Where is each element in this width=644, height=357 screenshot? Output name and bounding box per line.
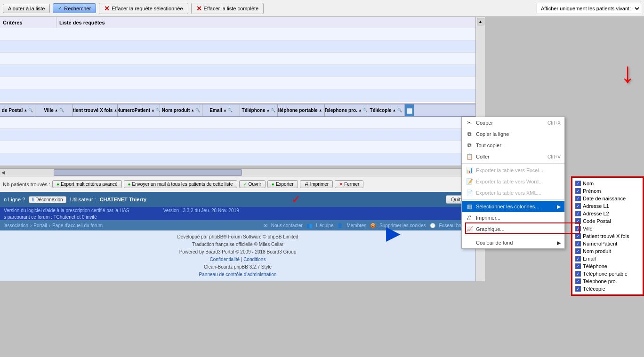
scroll-left-arrow[interactable]: ◀ [0, 170, 7, 175]
col-checkbox-nom[interactable]: ✓ [575, 181, 581, 186]
col-checkbox-tel-pro[interactable]: ✓ [575, 278, 581, 284]
conditions-link[interactable]: Conditions [243, 257, 266, 262]
chart-icon: 📈 [466, 225, 473, 233]
search-button[interactable]: ✓ Rechercher [53, 3, 96, 13]
horizontal-scrollbar[interactable]: ◀ ▶ [0, 168, 475, 176]
col-nom-produit[interactable]: Nom produit ▲ 🔍 [160, 104, 202, 116]
table-row[interactable] [0, 40, 475, 53]
table-row[interactable] [0, 153, 475, 166]
col-checkbox-adresse-l1[interactable]: ✓ [575, 203, 581, 209]
col-item-nom[interactable]: ✓ Nom [572, 180, 643, 187]
col-checkbox-tel-portable[interactable]: ✓ [575, 271, 581, 277]
accueil-link[interactable]: Page d'accueil du forum [52, 223, 103, 228]
col-item-nom-produit[interactable]: ✓ Nom produit [572, 247, 643, 255]
col-email[interactable]: Email ▲ 🔍 [202, 104, 240, 116]
contact-link[interactable]: Nous contacter [271, 223, 303, 228]
table-row[interactable] [0, 89, 475, 102]
filter-icon[interactable]: 🔍 [363, 108, 367, 112]
sort-icon: ▲ [151, 108, 155, 112]
export2-button[interactable]: ● Exporter [267, 180, 298, 188]
confidentialite-link[interactable]: Confidentialité [210, 257, 240, 262]
col-item-telecopie[interactable]: ✓ Télécopie [572, 285, 643, 293]
export-advanced-button[interactable]: ● Export multicritères avancé [52, 180, 122, 188]
col-item-dob[interactable]: ✓ Date de naissance [572, 195, 643, 202]
admin-link[interactable]: Panneau de contrôle d'administration [199, 272, 277, 277]
filter-icon[interactable]: 🔍 [397, 108, 402, 112]
portail-link[interactable]: Portail [33, 223, 47, 228]
check-icon: ✓ [58, 5, 62, 11]
col-item-numero-patient[interactable]: ✓ NumeroPatient [572, 240, 643, 247]
col-item-tel-pro[interactable]: ✓ Telephone pro. [572, 278, 643, 285]
col-telecopie[interactable]: Télécopie ▲ 🔍 [367, 104, 405, 116]
col-item-patient-found[interactable]: ✓ Patient trouvé X fois [572, 232, 643, 240]
deconnexion-button[interactable]: ℹ Déconnexion [29, 196, 66, 203]
col-checkbox-prenom[interactable]: ✓ [575, 188, 581, 194]
col-checkbox-email[interactable]: ✓ [575, 256, 581, 262]
col-telephone[interactable]: Téléphone ▲ 🔍 [240, 104, 278, 116]
ctx-print[interactable]: 🖨 Imprimer... [462, 212, 564, 223]
association-link[interactable]: 'association [4, 223, 28, 228]
add-list-button[interactable]: Ajouter à la liste [3, 4, 50, 13]
equipe-link[interactable]: L'équipe [316, 223, 334, 228]
columns-button[interactable]: ▦ [405, 104, 414, 116]
col-item-tel-portable[interactable]: ✓ Téléphone portable [572, 270, 643, 278]
table-row[interactable] [0, 53, 475, 65]
col-postal[interactable]: de Postal ▲ 🔍 [0, 104, 35, 116]
table-row[interactable] [0, 129, 475, 141]
patient-filter-select[interactable]: Afficher uniquement les patients vivant: [537, 3, 641, 14]
col-checkbox-telecopie[interactable]: ✓ [575, 286, 581, 292]
col-item-email[interactable]: ✓ Email [572, 255, 643, 262]
filter-icon[interactable]: 🔍 [59, 108, 64, 112]
paste-icon: 📋 [466, 153, 473, 160]
clear-all-button[interactable]: ✕ Effacer la liste complète [191, 3, 264, 14]
col-checkbox-code-postal[interactable]: ✓ [575, 218, 581, 224]
patient-filter-dropdown[interactable]: Afficher uniquement les patients vivant: [537, 3, 641, 14]
col-item-prenom[interactable]: ✓ Prénom [572, 187, 643, 195]
membres-link[interactable]: Membres [346, 223, 366, 228]
filter-icon[interactable]: 🔍 [228, 108, 233, 112]
table-row[interactable] [0, 141, 475, 153]
col-checkbox-numero-patient[interactable]: ✓ [575, 241, 581, 246]
filter-icon[interactable]: 🔍 [28, 108, 33, 112]
ctx-copy-all[interactable]: ⧉ Tout copier [462, 140, 564, 151]
ctx-select-columns[interactable]: ▦ Sélectionner les colonnes... ▶ [462, 201, 564, 212]
filter-icon[interactable]: 🔍 [271, 108, 275, 112]
col-checkbox-telephone[interactable]: ✓ [575, 263, 581, 269]
col-checkbox-ville[interactable]: ✓ [575, 226, 581, 231]
clear-query-button[interactable]: ✕ Effacer la requête sélectionnée [99, 3, 188, 14]
send-mail-button[interactable]: ● Envoyer un mail à tous les patients de… [124, 180, 237, 188]
ctx-chart[interactable]: 📈 Graphique... [462, 223, 564, 235]
ctx-paste[interactable]: 📋 Coller Ctrl+V [462, 151, 564, 162]
scroll-thumb[interactable] [54, 169, 242, 176]
table-row[interactable] [0, 28, 475, 40]
table-row[interactable] [0, 117, 475, 129]
col-checkbox-adresse-l2[interactable]: ✓ [575, 211, 581, 216]
col-checkbox-patient-found[interactable]: ✓ [575, 233, 581, 239]
filter-icon[interactable]: 🔍 [195, 108, 200, 112]
table-row[interactable] [0, 77, 475, 89]
mail-icon: ● [128, 182, 131, 187]
table-row[interactable] [0, 65, 475, 77]
ctx-background-color[interactable]: Couleur de fond ▶ [462, 237, 564, 248]
filter-icon[interactable]: 🔍 [156, 108, 160, 112]
col-ville[interactable]: Ville ▲ 🔍 [35, 104, 73, 116]
close-button[interactable]: ✕ Fermer [335, 180, 363, 188]
cookies-link[interactable]: Supprimer les cookies [379, 223, 426, 228]
col-tel-pro[interactable]: Telephone pro. ▲ 🔍 [325, 104, 367, 116]
col-item-adresse-l1[interactable]: ✓ Adresse L1 [572, 202, 643, 210]
col-item-adresse-l2[interactable]: ✓ Adresse L2 [572, 210, 643, 217]
col-item-code-postal[interactable]: ✓ Code Postal [572, 217, 643, 225]
col-item-ville[interactable]: ✓ Ville [572, 225, 643, 232]
col-item-telephone[interactable]: ✓ Téléphone [572, 262, 643, 270]
ctx-cut[interactable]: ✂ Couper Ctrl+X [462, 117, 564, 128]
print-button[interactable]: 🖨 Imprimer [300, 180, 333, 188]
open-button[interactable]: ✓ Ouvrir [239, 180, 266, 188]
col-numero-patient[interactable]: NumeroPatient ▲ 🔍 [118, 104, 160, 116]
col-tel-portable[interactable]: Téléphone portable ▲ 🔍 [278, 104, 325, 116]
has-link[interactable]: Version du logiciel d'aide à la prescrip… [4, 208, 129, 213]
ctx-copy-line[interactable]: ⧉ Copier la ligne [462, 128, 564, 140]
col-checkbox-dob[interactable]: ✓ [575, 196, 581, 201]
scroll-up-button[interactable]: ▲ [477, 18, 484, 25]
col-patient-found[interactable]: Patient trouvé X fois ▲ 🔍 [73, 104, 118, 116]
col-checkbox-nom-produit[interactable]: ✓ [575, 248, 581, 254]
